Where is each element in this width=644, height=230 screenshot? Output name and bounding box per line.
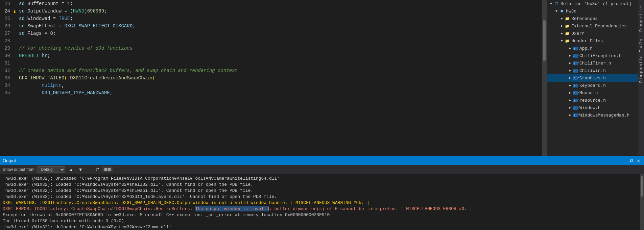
- output-toolbar: Show output from: Debug ▲ ▼ ⎹ ⇄ ▦▦: [0, 165, 644, 174]
- ext-deps-label: External Dependencies: [571, 24, 627, 29]
- line-number-24: 24: [0, 7, 14, 15]
- output-line-1: 'hw3d.exe' (Win32): Unloaded 'C:¥Program…: [3, 176, 637, 182]
- line-number-26: 26: [0, 22, 14, 30]
- mouse-h-item[interactable]: ► a h Mouse.h: [547, 89, 638, 97]
- window-h-chevron: ►: [567, 106, 573, 110]
- output-close-button[interactable]: ✕: [636, 157, 641, 164]
- references-chevron: ►: [559, 17, 565, 21]
- code-lines: 23 sd.BufferCount = 1; 24 ▮ sd.OutputWin…: [0, 0, 542, 97]
- code-line-29: 29 // for checking results of d3d functi…: [0, 45, 542, 52]
- code-line-30: 30 HRESULT hr;: [0, 52, 542, 59]
- line-content-33: GFX_THROW_FAILED( D3D11CreateDeviceAndSw…: [16, 74, 155, 82]
- line-content-24: sd.OutputWindow = (HWND)696969;: [16, 7, 107, 15]
- toolbar-btn-clear[interactable]: ⎹: [86, 166, 93, 173]
- output-scrollbar-thumb[interactable]: [641, 176, 643, 197]
- properties-tab[interactable]: Properties: [639, 4, 644, 32]
- solution-icon: □: [554, 1, 559, 6]
- solution-explorer: ▼ □ Solution 'hw3d' (1 project) ▼ ■ hw3d…: [547, 0, 638, 156]
- header-files-icon: 📁: [565, 39, 570, 43]
- chilitimer-h-item[interactable]: ► a h ChiliTimer.h: [547, 59, 638, 67]
- project-icon: ■: [559, 9, 565, 14]
- output-source-select[interactable]: Debug: [38, 166, 65, 173]
- mouse-h-icon: a h: [573, 91, 578, 95]
- chiliexception-h-item[interactable]: ► a h ChiliException.h: [547, 52, 638, 59]
- windowsmessagemap-h-label: WindowsMessageMap.h: [579, 113, 629, 118]
- dxerr-icon: 📁: [565, 31, 570, 36]
- output-line-6: DXGI ERROR: IDXGIFactory::CreateSwapChai…: [3, 206, 637, 212]
- window-h-item[interactable]: ► a h Window.h: [547, 104, 638, 111]
- output-float-button[interactable]: ⧉: [628, 157, 635, 164]
- chiliwin-h-item[interactable]: ► a h ChiliWin.h: [547, 67, 638, 74]
- code-line-33: 33 GFX_THROW_FAILED( D3D11CreateDeviceAn…: [0, 74, 542, 82]
- line-content-27: sd.Flags = 0;: [16, 30, 56, 37]
- graphics-h-icon: a h: [573, 76, 578, 80]
- output-from-label: Show output from:: [3, 167, 35, 172]
- resource-h-item[interactable]: ► a h resource.h: [547, 97, 638, 104]
- code-line-34: 34 nullptr,: [0, 82, 542, 89]
- line-number-32: 32: [0, 67, 14, 74]
- output-content: 'hw3d.exe' (Win32): Unloaded 'C:¥Program…: [0, 174, 640, 230]
- mouse-h-chevron: ►: [567, 91, 573, 95]
- windowsmessagemap-h-item[interactable]: ► a h WindowsMessageMap.h: [547, 111, 638, 119]
- project-label: hw3d: [566, 9, 576, 14]
- resource-h-chevron: ►: [567, 99, 573, 102]
- output-area: 'hw3d.exe' (Win32): Unloaded 'C:¥Program…: [0, 174, 644, 230]
- line-number-25: 25: [0, 15, 14, 22]
- dxerr-label: Dxerr: [571, 31, 585, 36]
- toolbar-btn-find[interactable]: ▦▦: [102, 167, 113, 172]
- scrollbar-thumb[interactable]: [543, 20, 546, 61]
- toolbar-btn-up[interactable]: ▲: [67, 166, 75, 173]
- output-header: Output ‒ ⧉ ✕: [0, 156, 644, 165]
- dxerr-item[interactable]: ► 📁 Dxerr: [547, 30, 638, 37]
- output-line-5: DXGI WARNING: IDXGIFactory::CreateSwapCh…: [3, 200, 637, 206]
- line-number-35: 35: [0, 89, 14, 97]
- code-line-35: 35 D3D_DRIVER_TYPE_HARDWARE,: [0, 89, 542, 97]
- ext-deps-icon: 📁: [565, 24, 570, 28]
- header-files-chevron: ▼: [559, 39, 565, 43]
- toolbar-btn-wrap[interactable]: ⇄: [95, 166, 100, 173]
- main-area: 23 sd.BufferCount = 1; 24 ▮ sd.OutputWin…: [0, 0, 644, 156]
- line-content-34: nullptr,: [16, 82, 64, 89]
- solution-root[interactable]: ▼ □ Solution 'hw3d' (1 project): [547, 0, 638, 7]
- references-item[interactable]: ► 📁 References: [547, 15, 638, 22]
- output-line-9: 'hw3d.exe' (Win32): Unloaded 'C:¥Windows…: [3, 224, 637, 230]
- editor-scrollbar[interactable]: [542, 0, 547, 156]
- code-line-32: 32 // create device and front/back buffe…: [0, 67, 542, 74]
- chiliexception-h-icon: a h: [573, 54, 578, 58]
- code-line-26: 26 sd.SwapEffect = DXGI_SWAP_EFFECT_DISC…: [0, 22, 542, 30]
- line-number-31: 31: [0, 59, 14, 67]
- solution-chevron: ▼: [548, 2, 554, 6]
- resource-h-label: resource.h: [579, 98, 606, 103]
- chiliexception-h-label: ChiliException.h: [579, 53, 622, 58]
- line-number-33: 33: [0, 74, 14, 82]
- output-line-8: The thread 0x1f58 has exited with code 0…: [3, 218, 637, 224]
- keyboard-h-chevron: ►: [567, 84, 573, 87]
- output-line-2: 'hw3d.exe' (Win32): Loaded 'C:¥Windows¥S…: [3, 182, 637, 188]
- chilitimer-h-chevron: ►: [567, 61, 573, 65]
- chiliwin-h-label: ChiliWin.h: [579, 68, 606, 73]
- chiliwin-h-chevron: ►: [567, 69, 573, 73]
- app-h-label: App.h: [579, 46, 593, 51]
- graphics-h-item[interactable]: ► a h Graphics.h: [547, 74, 638, 82]
- dxerr-chevron: ►: [559, 32, 565, 35]
- ext-deps-item[interactable]: ► 📁 External Dependencies: [547, 22, 638, 30]
- project-chevron: ▼: [554, 9, 559, 13]
- line-number-30: 30: [0, 52, 14, 59]
- output-scrollbar[interactable]: [640, 174, 644, 230]
- toolbar-btn-down[interactable]: ▼: [77, 166, 84, 173]
- output-controls: ‒ ⧉ ✕: [621, 157, 641, 164]
- line-number-27: 27: [0, 30, 14, 37]
- graphics-h-label: Graphics.h: [579, 76, 606, 81]
- app-h-item[interactable]: ► a h App.h: [547, 45, 638, 52]
- diagnostic-tools-tab[interactable]: Diagnostic Tools: [639, 39, 644, 83]
- line-content-32: // create device and front/back buffers,…: [16, 67, 238, 74]
- references-icon: 📁: [565, 17, 570, 21]
- output-pin-button[interactable]: ‒: [621, 157, 627, 164]
- keyboard-h-item[interactable]: ► a h Keyboard.h: [547, 82, 638, 89]
- line-content-29: // for checking results of d3d functions: [16, 45, 133, 52]
- header-files-item[interactable]: ▼ 📁 Header Files: [547, 37, 638, 45]
- code-line-27: 27 sd.Flags = 0;: [0, 30, 542, 37]
- code-line-23: 23 sd.BufferCount = 1;: [0, 0, 542, 7]
- code-editor[interactable]: 23 sd.BufferCount = 1; 24 ▮ sd.OutputWin…: [0, 0, 542, 156]
- project-item[interactable]: ▼ ■ hw3d: [547, 7, 638, 15]
